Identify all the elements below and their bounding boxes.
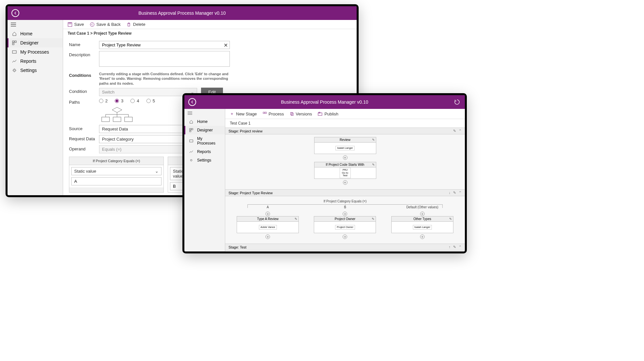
edit-card-icon[interactable]: ✎ [449,217,452,221]
path-value-input[interactable] [71,177,161,185]
sidebar-item-label: Home [197,119,208,124]
sidebar-item-home[interactable]: Home [184,117,225,126]
hamburger-icon[interactable] [8,20,63,29]
branch-condition-label: If Project Category Equals (=) [229,199,461,203]
paths-radio-group: 2 3 4 5 [99,98,155,103]
back-button[interactable] [188,98,196,106]
titlebar: Business Approval Process Manager v0.10 [8,6,357,20]
stage-card[interactable]: If Project Code Starts With✎ PRJ Go to T… [314,162,376,179]
add-node-button[interactable]: + [343,155,347,160]
paths-radio-4[interactable]: 4 [130,98,139,103]
sidebar-item-settings[interactable]: Settings [184,156,225,164]
edit-card-icon[interactable]: ✎ [372,163,375,166]
stage-title: Stage: Project Type Review [229,191,273,195]
sidebar-item-my-processes[interactable]: My Processes [8,47,63,57]
sidebar-item-settings[interactable]: Settings [8,66,63,75]
add-node-button[interactable]: + [265,212,270,216]
edit-card-icon[interactable]: ✎ [295,217,297,221]
condition-type-value: Switch [102,90,114,95]
refresh-button[interactable] [453,98,461,106]
stage-header: Stage: Project Type Review ↓ ✎ ⌃ [225,189,465,196]
sidebar-item-designer[interactable]: Designer [8,38,63,47]
svg-rect-20 [190,140,193,142]
request-data-label: Request Data [69,135,99,141]
add-node-button[interactable]: + [343,234,347,239]
add-node-button[interactable]: + [265,234,270,239]
new-stage-button[interactable]: ＋ New Stage [230,111,257,117]
edit-card-icon[interactable]: ✎ [372,217,374,221]
paths-radio-3[interactable]: 3 [115,98,123,103]
paths-diagram [99,107,135,123]
add-node-button[interactable]: + [420,212,425,216]
edit-stage-icon[interactable]: ✎ [453,191,456,195]
save-button[interactable]: Save [68,22,84,27]
publish-icon [318,112,322,116]
collapse-icon[interactable]: ⌃ [459,129,462,133]
stage-card[interactable]: Project Owner✎ Project Owner [314,216,376,233]
processes-icon [12,50,17,54]
save-back-button[interactable]: Save & Back [90,22,121,27]
stage-title: Stage: Project review [229,129,263,133]
app-title: Business Approval Process Manager v0.10 [139,10,226,16]
paths-radio-2[interactable]: 2 [99,98,108,103]
add-node-button[interactable]: + [343,212,347,216]
add-node-button[interactable]: + [420,234,425,239]
sidebar-item-label: Reports [20,59,36,64]
source-label: Source [69,125,99,131]
edit-card-icon[interactable]: ✎ [372,138,375,142]
conditions-hint: Currently editing a stage with Condition… [99,72,230,86]
name-input[interactable] [99,41,230,49]
sidebar-item-home[interactable]: Home [8,29,63,38]
process-canvas: Stage: Project review ✎ ⌃ Review✎ Isaiah… [225,128,465,251]
sidebar-item-label: Reports [197,149,211,154]
designer-icon [12,41,17,45]
svg-marker-8 [112,107,122,112]
hamburger-icon[interactable] [184,109,225,117]
assignee-chip: Adele Vance [259,225,277,230]
sidebar-item-my-processes[interactable]: My Processes [184,134,225,147]
paths-radio-5[interactable]: 5 [146,98,155,103]
sidebar-item-label: Designer [20,40,39,45]
stage-card[interactable]: Review✎ Isaiah Langer [314,137,376,154]
sidebar-item-reports[interactable]: Reports [8,57,63,66]
breadcrumb: Test Case 1 [225,119,465,128]
versions-button[interactable]: Versions [290,112,312,116]
window-process-canvas: Business Approval Process Manager v0.10 … [182,93,467,253]
gear-icon [189,158,194,162]
svg-rect-19 [190,130,191,132]
path-type-select[interactable]: Static value⌄ [71,167,161,175]
clear-name-icon[interactable]: ✕ [224,42,228,48]
collapse-icon[interactable]: ⌃ [459,245,462,249]
versions-label: Versions [296,112,312,116]
publish-button[interactable]: Publish [318,112,338,116]
sidebar-item-designer[interactable]: Designer [184,126,225,134]
titlebar: Business Approval Process Manager v0.10 [184,95,465,109]
edit-stage-icon[interactable]: ✎ [453,129,456,133]
assignee-chip: Isaiah Langer [335,146,354,151]
svg-rect-24 [290,112,292,115]
move-down-icon[interactable]: ↓ [449,191,451,195]
description-input[interactable] [99,51,230,67]
sidebar-item-reports[interactable]: Reports [184,147,225,156]
svg-point-21 [190,159,192,161]
delete-button[interactable]: Delete [127,22,145,27]
back-button[interactable] [11,9,19,17]
move-up-icon[interactable]: ↑ [449,245,451,249]
designer-icon [189,128,194,132]
stage-card[interactable]: Other Types✎ Isaiah Langer [391,216,453,233]
process-button[interactable]: Process [263,112,284,116]
svg-rect-23 [265,112,266,113]
processes-icon [189,139,194,143]
svg-rect-6 [69,23,71,24]
paths-label: Paths [69,98,99,105]
add-node-button[interactable]: + [343,180,347,185]
path-box-a: If Project Category Equals (=) Static va… [69,157,164,193]
sidebar-item-label: Settings [20,68,37,73]
reports-icon [189,150,194,154]
edit-stage-icon[interactable]: ✎ [453,245,456,249]
svg-rect-3 [12,51,16,53]
sidebar-item-label: My Processes [20,49,49,55]
collapse-icon[interactable]: ⌃ [459,191,462,195]
sidebar: Home Designer My Processes Reports Setti… [8,20,63,195]
stage-card[interactable]: Type A Review✎ Adele Vance [237,216,299,233]
